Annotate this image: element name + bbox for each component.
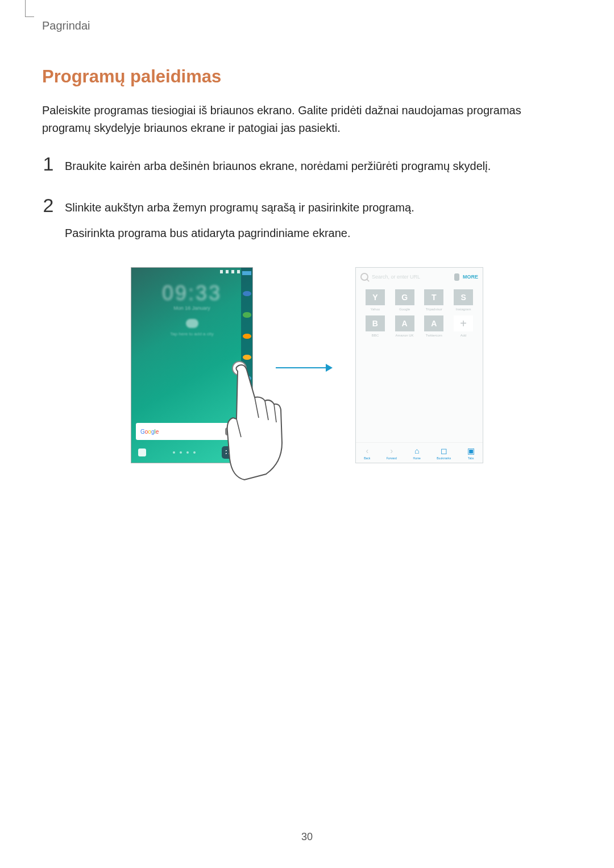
tile-6: ATwittercom	[422, 315, 447, 337]
illustration: 09:33 Mon 16 January Tap here to add a c…	[42, 267, 572, 463]
step-2: 2 Slinkite aukštyn arba žemyn programų s…	[42, 196, 572, 250]
star-icon	[243, 291, 251, 296]
hand-icon	[222, 363, 290, 483]
clock: 09:33	[131, 281, 252, 305]
intro-paragraph: Paleiskite programas tiesiogiai iš briau…	[42, 102, 572, 137]
tile-3: SInstagram	[451, 289, 476, 311]
url-placeholder: Search, or enter URL	[372, 274, 451, 280]
bookmark-icon: ◻Bookmarks	[437, 446, 451, 460]
home-icon: ⌂Home	[413, 446, 421, 460]
step-1: 1 Braukite kairėn arba dešinėn briaunos …	[42, 154, 572, 183]
tile-add: +Add	[451, 315, 476, 337]
mic-icon	[454, 273, 459, 281]
step-2-number: 2	[42, 196, 55, 215]
step-2-subtext: Pasirinkta programa bus atidaryta pagrin…	[65, 225, 572, 242]
tabs-icon: ▣Tabs	[467, 446, 475, 460]
tile-2: TTripadvisor	[422, 289, 447, 311]
google-logo: Google	[140, 429, 159, 435]
status-bar	[131, 268, 252, 276]
clock-date: Mon 16 January	[131, 305, 252, 311]
back-icon: ‹Back	[364, 446, 370, 460]
google-search-bar: Google	[136, 423, 235, 440]
tile-1: GGoogle	[392, 289, 417, 311]
messages-icon	[243, 355, 251, 360]
section-name: Pagrindai	[42, 19, 572, 32]
tile-0: YYahoo	[363, 289, 388, 311]
browser-mock: Search, or enter URL MORE YYahoo GGoogle…	[355, 267, 483, 463]
browser-bottom-nav: ‹Back ›Forward ⌂Home ◻Bookmarks ▣Tabs	[356, 442, 483, 463]
page-indicator	[173, 451, 196, 454]
weather-icon	[186, 319, 198, 328]
speed-dial: YYahoo GGoogle TTripadvisor SInstagram B…	[356, 286, 483, 340]
contacts-icon	[243, 334, 251, 339]
call-icon	[243, 312, 251, 317]
weather-text: Tap here to add a city	[131, 331, 252, 337]
step-2-body: Slinkite aukštyn arba žemyn programų sąr…	[65, 196, 572, 250]
step-1-number: 1	[42, 154, 55, 173]
edge-handle	[242, 271, 251, 275]
page-number: 30	[0, 831, 614, 843]
step-1-body: Braukite kairėn arba dešinėn briaunos ek…	[65, 154, 572, 183]
heading: Programų paleidimas	[42, 67, 572, 87]
phone-icon	[138, 448, 146, 456]
step-1-text: Braukite kairėn arba dešinėn briaunos ek…	[65, 157, 572, 175]
browser-toolbar: Search, or enter URL MORE	[356, 268, 483, 286]
search-icon	[360, 273, 368, 281]
tile-5: AAmazon UK	[392, 315, 417, 337]
step-2-text: Slinkite aukštyn arba žemyn programų sąr…	[65, 199, 572, 217]
page-tab-mark	[25, 0, 34, 17]
finger-gesture	[227, 361, 279, 480]
page: Pagrindai Programų paleidimas Paleiskite…	[0, 0, 614, 868]
forward-icon: ›Forward	[387, 446, 397, 460]
more-button: MORE	[463, 274, 478, 280]
tile-4: BBBC	[363, 315, 388, 337]
